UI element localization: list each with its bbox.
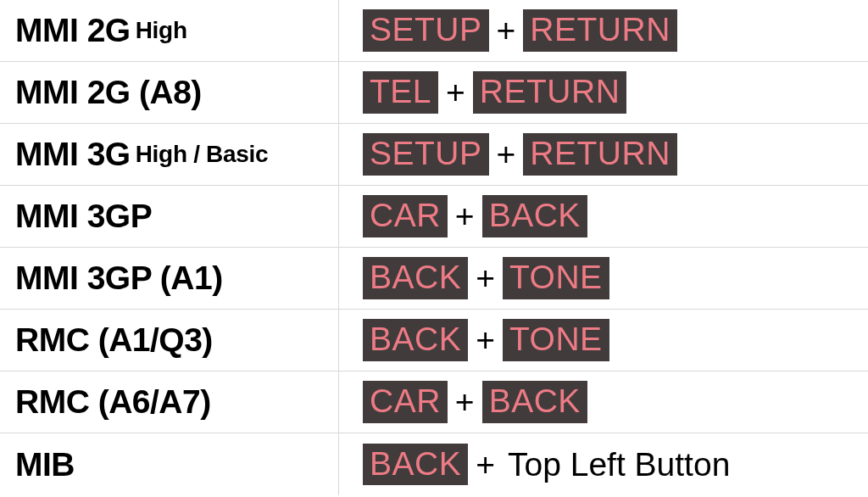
- system-cell: MIB: [0, 433, 339, 495]
- combo-cell: BACK + Top Left Button: [339, 433, 868, 495]
- system-cell: RMC (A1/Q3): [0, 310, 339, 371]
- plain-label: Top Left Button: [503, 446, 730, 483]
- table-row: RMC (A6/A7) CAR + BACK: [0, 371, 868, 433]
- key-label: BACK: [363, 444, 468, 486]
- combo-cell: CAR + BACK: [339, 371, 868, 433]
- key-label: BACK: [482, 195, 587, 237]
- key-label: CAR: [363, 381, 448, 423]
- key-label: RETURN: [473, 71, 627, 114]
- table-row: MIB BACK + Top Left Button: [0, 433, 868, 495]
- plus-icon: +: [468, 260, 503, 297]
- system-cell: MMI 2G (A8): [0, 62, 339, 123]
- system-name: RMC (A1/Q3): [15, 321, 213, 359]
- system-sub: High / Basic: [136, 141, 269, 168]
- combo-cell: CAR + BACK: [339, 186, 868, 247]
- table-row: MMI 2G High SETUP + RETURN: [0, 0, 868, 62]
- system-name: MIB: [15, 446, 75, 483]
- system-cell: MMI 2G High: [0, 0, 339, 61]
- key-label: TEL: [363, 71, 438, 114]
- system-cell: MMI 3GP: [0, 186, 339, 247]
- plus-icon: +: [489, 12, 524, 49]
- combo-cell: TEL + RETURN: [339, 62, 868, 123]
- plus-icon: +: [448, 383, 482, 421]
- combo-cell: SETUP + RETURN: [339, 0, 868, 61]
- table-row: MMI 3GP (A1) BACK + TONE: [0, 248, 868, 310]
- key-label: TONE: [503, 319, 609, 361]
- table-row: RMC (A1/Q3) BACK + TONE: [0, 310, 868, 371]
- key-label: RETURN: [523, 9, 677, 52]
- key-label: TONE: [503, 257, 609, 299]
- system-name: RMC (A6/A7): [15, 383, 211, 421]
- combo-cell: BACK + TONE: [339, 310, 868, 371]
- combo-cell: BACK + TONE: [339, 248, 868, 309]
- system-cell: MMI 3GP (A1): [0, 248, 339, 309]
- key-label: BACK: [363, 319, 468, 361]
- key-label: SETUP: [363, 133, 489, 176]
- table-row: MMI 3GP CAR + BACK: [0, 186, 868, 248]
- plus-icon: +: [489, 136, 524, 173]
- mmi-table: MMI 2G High SETUP + RETURN MMI 2G (A8) T…: [0, 0, 868, 495]
- key-label: BACK: [482, 381, 587, 423]
- system-cell: RMC (A6/A7): [0, 371, 339, 433]
- system-sub: High: [136, 17, 187, 44]
- plus-icon: +: [438, 74, 473, 111]
- system-name: MMI 2G (A8): [15, 74, 202, 111]
- table-row: MMI 3G High / Basic SETUP + RETURN: [0, 124, 868, 186]
- system-name: MMI 3G: [15, 136, 131, 173]
- system-name: MMI 2G: [15, 12, 131, 49]
- combo-cell: SETUP + RETURN: [339, 124, 868, 185]
- key-label: BACK: [363, 257, 468, 299]
- system-cell: MMI 3G High / Basic: [0, 124, 339, 185]
- plus-icon: +: [468, 321, 503, 359]
- key-label: RETURN: [523, 133, 677, 176]
- key-label: CAR: [363, 195, 448, 237]
- system-name: MMI 3GP: [15, 198, 152, 235]
- key-label: SETUP: [363, 9, 489, 52]
- system-name: MMI 3GP (A1): [15, 260, 223, 297]
- plus-icon: +: [448, 198, 482, 235]
- table-row: MMI 2G (A8) TEL + RETURN: [0, 62, 868, 124]
- plus-icon: +: [468, 446, 503, 483]
